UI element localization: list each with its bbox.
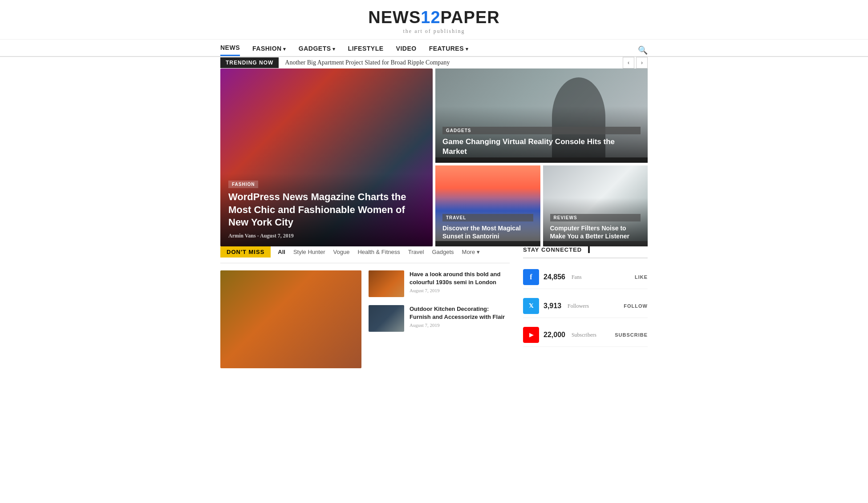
twitter-count: 3,913 bbox=[544, 302, 561, 310]
featured-right-br-article[interactable]: REVIEWS Computer Filters Noise to Make Y… bbox=[543, 165, 648, 246]
featured-right-bl-category: TRAVEL bbox=[442, 214, 533, 221]
small-article-date-1: August 7, 2019 bbox=[410, 288, 510, 293]
main-nav: NEWS FASHION GADGETS LIFESTYLE VIDEO FEA… bbox=[220, 40, 648, 56]
trending-label: TRENDING NOW bbox=[220, 57, 279, 68]
featured-left-overlay: FASHION WordPress News Magazine Charts t… bbox=[220, 173, 433, 246]
youtube-label: Subscribers bbox=[572, 332, 596, 338]
small-article-image-1 bbox=[369, 270, 404, 297]
small-article-text-2: Outdoor Kitchen Decorating: Furnish and … bbox=[410, 305, 510, 332]
dont-miss-section: DON'T MISS All Style Hunter Vogue Health… bbox=[220, 246, 510, 368]
nav-item-gadgets[interactable]: GADGETS bbox=[299, 45, 336, 56]
list-item[interactable]: Outdoor Kitchen Decorating: Furnish and … bbox=[369, 305, 510, 332]
search-icon[interactable]: 🔍 bbox=[638, 45, 648, 55]
featured-left-meta: Armin Vans - August 7, 2019 bbox=[228, 233, 425, 239]
logo-news: NEWS bbox=[368, 8, 421, 27]
nav-item-features[interactable]: FEATURES bbox=[429, 45, 468, 56]
dont-miss-big-image bbox=[220, 270, 361, 368]
social-item-youtube: ▶ 22,000 Subscribers SUBSCRIBE bbox=[523, 323, 648, 347]
filter-tab-health[interactable]: Health & Fitness bbox=[357, 249, 400, 255]
featured-right-br-title: Computer Filters Noise to Make You a Bet… bbox=[550, 224, 641, 240]
nav-wrapper: NEWS FASHION GADGETS LIFESTYLE VIDEO FEA… bbox=[0, 40, 868, 57]
featured-left-date: August 7, 2019 bbox=[260, 233, 294, 239]
small-article-image-2 bbox=[369, 305, 404, 332]
logo-paper: PAPER bbox=[441, 8, 500, 27]
nav-item-news[interactable]: NEWS bbox=[220, 44, 240, 56]
trending-bar: TRENDING NOW Another Big Apartment Proje… bbox=[220, 57, 648, 68]
filter-tab-all[interactable]: All bbox=[278, 249, 285, 255]
trending-nav: ‹ › bbox=[623, 57, 648, 68]
youtube-icon: ▶ bbox=[523, 327, 539, 343]
logo[interactable]: NEWS12PAPER the art of publishing bbox=[368, 8, 499, 35]
featured-left-article[interactable]: FASHION WordPress News Magazine Charts t… bbox=[220, 68, 433, 246]
featured-right-bl-title: Discover the Most Magical Sunset in Sant… bbox=[442, 224, 533, 240]
facebook-icon: f bbox=[523, 269, 539, 285]
small-article-date-2: August 7, 2019 bbox=[410, 322, 510, 328]
logo-tagline: the art of publishing bbox=[403, 28, 465, 35]
stay-connected-section: STAY CONNECTED f 24,856 Fans LIKE 𝕏 3,91… bbox=[523, 246, 648, 368]
stay-connected-label: STAY CONNECTED bbox=[523, 246, 590, 253]
nav-links: NEWS FASHION GADGETS LIFESTYLE VIDEO FEA… bbox=[220, 44, 468, 56]
trending-text: Another Big Apartment Project Slated for… bbox=[285, 59, 617, 66]
social-item-twitter: 𝕏 3,913 Followers FOLLOW bbox=[523, 294, 648, 318]
social-item-facebook: f 24,856 Fans LIKE bbox=[523, 266, 648, 289]
facebook-label: Fans bbox=[572, 274, 582, 281]
featured-right-top-overlay: GADGETS Game Changing Virtual Reality Co… bbox=[435, 68, 648, 163]
content-section: DON'T MISS All Style Hunter Vogue Health… bbox=[220, 246, 648, 368]
filter-tabs: All Style Hunter Vogue Health & Fitness … bbox=[278, 249, 479, 255]
facebook-action-button[interactable]: LIKE bbox=[635, 274, 648, 280]
filter-tab-gadgets[interactable]: Gadgets bbox=[432, 249, 454, 255]
filter-tab-more[interactable]: More bbox=[462, 249, 480, 255]
logo-num: 12 bbox=[421, 8, 440, 27]
featured-left-title: WordPress News Magazine Charts the Most … bbox=[228, 191, 425, 229]
featured-right-bl-overlay: TRAVEL Discover the Most Magical Sunset … bbox=[435, 165, 540, 246]
logo-text: NEWS12PAPER bbox=[368, 8, 499, 27]
filter-tab-style[interactable]: Style Hunter bbox=[293, 249, 325, 255]
filter-tab-vogue[interactable]: Vogue bbox=[333, 249, 350, 255]
filter-tab-travel[interactable]: Travel bbox=[408, 249, 424, 255]
featured-right-br-category: REVIEWS bbox=[550, 214, 641, 221]
featured-right-top-title: Game Changing Virtual Reality Console Hi… bbox=[442, 137, 641, 157]
small-article-text-1: Have a look around this bold and colourf… bbox=[410, 270, 510, 297]
featured-right-bottom: TRAVEL Discover the Most Magical Sunset … bbox=[435, 165, 648, 246]
small-articles-list: Have a look around this bold and colourf… bbox=[369, 270, 510, 368]
facebook-count: 24,856 bbox=[544, 273, 565, 281]
featured-right-br-overlay: REVIEWS Computer Filters Noise to Make Y… bbox=[543, 165, 648, 246]
youtube-action-button[interactable]: SUBSCRIBE bbox=[615, 332, 648, 338]
youtube-count: 22,000 bbox=[544, 331, 565, 339]
twitter-icon: 𝕏 bbox=[523, 298, 539, 314]
trending-prev-button[interactable]: ‹ bbox=[623, 57, 634, 68]
list-item[interactable]: Have a look around this bold and colourf… bbox=[369, 270, 510, 297]
featured-right-bl-article[interactable]: TRAVEL Discover the Most Magical Sunset … bbox=[435, 165, 540, 246]
featured-right-top-category: GADGETS bbox=[442, 127, 641, 134]
featured-left-category: FASHION bbox=[228, 181, 258, 188]
nav-item-fashion[interactable]: FASHION bbox=[252, 45, 286, 56]
social-items: f 24,856 Fans LIKE 𝕏 3,913 Followers FOL… bbox=[523, 266, 648, 347]
dont-miss-content: Have a look around this bold and colourf… bbox=[220, 270, 510, 368]
stay-connected-header: STAY CONNECTED bbox=[523, 246, 648, 258]
small-article-title-2: Outdoor Kitchen Decorating: Furnish and … bbox=[410, 305, 510, 321]
twitter-action-button[interactable]: FOLLOW bbox=[624, 303, 648, 309]
dont-miss-label: DON'T MISS bbox=[220, 246, 271, 258]
featured-right-top-article[interactable]: GADGETS Game Changing Virtual Reality Co… bbox=[435, 68, 648, 163]
main-grid: FASHION WordPress News Magazine Charts t… bbox=[220, 68, 648, 246]
twitter-label: Followers bbox=[568, 303, 589, 310]
featured-left-author: Armin Vans bbox=[228, 233, 256, 239]
small-article-title-1: Have a look around this bold and colourf… bbox=[410, 270, 510, 286]
nav-item-video[interactable]: VIDEO bbox=[396, 45, 417, 56]
dont-miss-header: DON'T MISS All Style Hunter Vogue Health… bbox=[220, 246, 510, 263]
nav-item-lifestyle[interactable]: LIFESTYLE bbox=[348, 45, 384, 56]
site-header: NEWS12PAPER the art of publishing bbox=[0, 0, 868, 40]
trending-next-button[interactable]: › bbox=[636, 57, 648, 68]
